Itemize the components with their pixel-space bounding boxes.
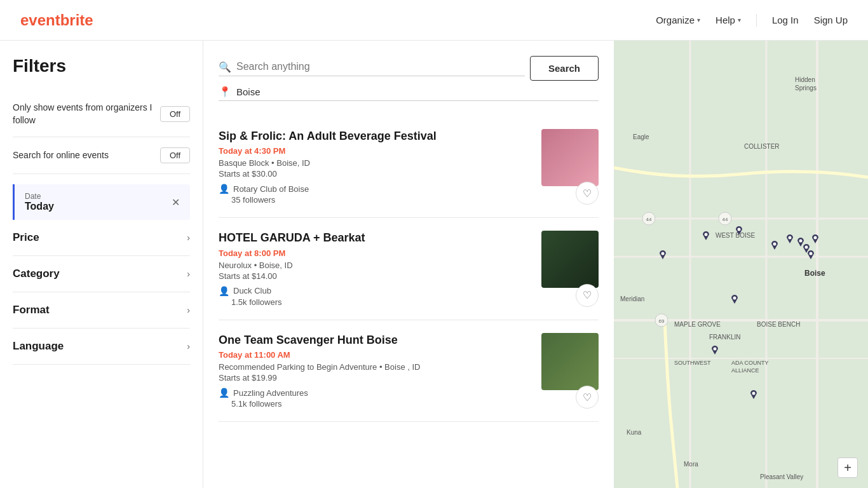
event-time: Today at 4:30 PM bbox=[219, 146, 531, 156]
event-info: One Team Scavenger Hunt Boise Today at 1… bbox=[219, 333, 531, 409]
follower-count: 5.1k followers bbox=[231, 399, 281, 409]
content-area: 🔍 Search 📍 Boise Sip & Frolic: An Adult … bbox=[203, 41, 614, 488]
search-input[interactable] bbox=[236, 61, 525, 72]
date-filter-close-icon[interactable]: ✕ bbox=[172, 196, 180, 208]
follow-filter-toggle[interactable]: Off bbox=[160, 106, 190, 122]
event-time: Today at 11:00 AM bbox=[219, 350, 531, 360]
event-info: HOTEL GARUDA + Bearkat Today at 8:00 PM … bbox=[219, 231, 531, 306]
svg-text:ALLIANCE: ALLIANCE bbox=[731, 367, 759, 374]
date-filter-active: Date Today ✕ bbox=[13, 184, 190, 220]
organize-chevron-icon: ▾ bbox=[697, 17, 700, 24]
event-image bbox=[541, 129, 599, 186]
price-filter-row[interactable]: Price › bbox=[13, 220, 190, 256]
follow-filter-row: Only show events from organizers I follo… bbox=[13, 102, 190, 126]
event-card[interactable]: Sip & Frolic: An Adult Beverage Festival… bbox=[219, 116, 599, 218]
logo-text: eventbrite bbox=[20, 11, 93, 29]
svg-text:Eagle: Eagle bbox=[633, 133, 649, 140]
event-location: Basque Block • Boise, ID bbox=[219, 158, 531, 168]
map-area: 69 44 44 Hidden Springs Eagle COLLISTER … bbox=[614, 41, 868, 488]
header-nav: Organize ▾ Help ▾ Log In Sign Up bbox=[656, 14, 848, 27]
map-placeholder: 69 44 44 Hidden Springs Eagle COLLISTER … bbox=[614, 41, 868, 488]
events-list: Sip & Frolic: An Adult Beverage Festival… bbox=[219, 116, 599, 422]
category-filter-row[interactable]: Category › bbox=[13, 256, 190, 292]
svg-point-30 bbox=[661, 252, 665, 255]
language-filter-row[interactable]: Language › bbox=[13, 329, 190, 365]
favorite-button[interactable]: ♡ bbox=[576, 386, 599, 409]
favorite-button[interactable]: ♡ bbox=[576, 182, 599, 205]
online-filter-toggle[interactable]: Off bbox=[160, 147, 190, 163]
event-info: Sip & Frolic: An Adult Beverage Festival… bbox=[219, 129, 531, 205]
event-title: HOTEL GARUDA + Bearkat bbox=[219, 231, 531, 245]
event-organizer: 👤 Duck Club bbox=[219, 286, 531, 296]
help-label: Help bbox=[715, 15, 735, 25]
date-filter-value: Today bbox=[25, 201, 54, 212]
svg-text:44: 44 bbox=[646, 217, 652, 222]
nav-login[interactable]: Log In bbox=[772, 15, 799, 25]
follower-count: 35 followers bbox=[231, 195, 275, 205]
svg-text:WEST BOISE: WEST BOISE bbox=[715, 232, 755, 239]
price-chevron-icon: › bbox=[187, 233, 190, 243]
search-bar: 🔍 Search bbox=[219, 56, 599, 81]
event-price: Starts at $30.00 bbox=[219, 169, 531, 179]
nav-signup[interactable]: Sign Up bbox=[814, 15, 848, 25]
map-zoom-in-button[interactable]: + bbox=[837, 458, 858, 478]
event-title: Sip & Frolic: An Adult Beverage Festival bbox=[219, 129, 531, 144]
sidebar: Filters Only show events from organizers… bbox=[0, 41, 203, 488]
filters-title: Filters bbox=[13, 56, 190, 76]
event-location: Recommended Parking to Begin Adventure •… bbox=[219, 362, 531, 372]
search-icon: 🔍 bbox=[219, 61, 231, 73]
format-filter-row[interactable]: Format › bbox=[13, 292, 190, 329]
svg-text:COLLISTER: COLLISTER bbox=[744, 143, 780, 150]
svg-point-34 bbox=[789, 236, 792, 240]
online-filter-section: Search for online events Off bbox=[13, 137, 190, 174]
svg-text:44: 44 bbox=[722, 217, 728, 222]
svg-point-37 bbox=[814, 236, 817, 240]
logo[interactable]: eventbrite bbox=[20, 11, 93, 29]
svg-text:Meridian: Meridian bbox=[620, 295, 644, 302]
svg-text:Pleasant Valley: Pleasant Valley bbox=[760, 473, 803, 480]
event-title: One Team Scavenger Hunt Boise bbox=[219, 333, 531, 348]
search-button[interactable]: Search bbox=[530, 56, 599, 81]
svg-text:Boise: Boise bbox=[804, 269, 825, 278]
svg-text:MAPLE GROVE: MAPLE GROVE bbox=[674, 321, 721, 328]
format-filter-label: Format bbox=[13, 304, 50, 316]
event-card[interactable]: HOTEL GARUDA + Bearkat Today at 8:00 PM … bbox=[219, 218, 599, 320]
organizer-icon: 👤 bbox=[219, 184, 229, 194]
date-filter-content: Date Today bbox=[25, 192, 54, 212]
organizer-icon: 👤 bbox=[219, 388, 229, 398]
location-row: 📍 Boise bbox=[219, 86, 599, 101]
organizer-icon: 👤 bbox=[219, 286, 229, 296]
event-location: Neurolux • Boise, ID bbox=[219, 261, 531, 270]
header: eventbrite Organize ▾ Help ▾ Log In Sign… bbox=[0, 0, 868, 41]
follow-filter-section: Only show events from organizers I follo… bbox=[13, 92, 190, 137]
svg-text:SOUTHWEST: SOUTHWEST bbox=[674, 360, 711, 366]
svg-text:BOISE BENCH: BOISE BENCH bbox=[757, 321, 800, 328]
map-svg: 69 44 44 Hidden Springs Eagle COLLISTER … bbox=[614, 41, 868, 488]
format-chevron-icon: › bbox=[187, 305, 190, 315]
svg-point-38 bbox=[810, 252, 813, 255]
favorite-button[interactable]: ♡ bbox=[576, 284, 599, 307]
category-chevron-icon: › bbox=[187, 269, 190, 279]
event-card[interactable]: One Team Scavenger Hunt Boise Today at 1… bbox=[219, 320, 599, 422]
event-image bbox=[541, 333, 599, 390]
svg-point-31 bbox=[705, 233, 708, 236]
event-organizer: 👤 Rotary Club of Boise bbox=[219, 184, 531, 194]
language-chevron-icon: › bbox=[187, 341, 190, 351]
location-text: Boise bbox=[236, 86, 261, 97]
event-time: Today at 8:00 PM bbox=[219, 248, 531, 258]
event-image bbox=[541, 231, 599, 288]
svg-point-40 bbox=[714, 348, 717, 351]
online-filter-row: Search for online events Off bbox=[13, 147, 190, 163]
follower-count: 1.5k followers bbox=[231, 297, 281, 307]
svg-text:Hidden: Hidden bbox=[795, 76, 815, 83]
event-followers: 35 followers bbox=[219, 195, 531, 205]
location-pin-icon: 📍 bbox=[219, 86, 231, 98]
svg-point-41 bbox=[752, 392, 756, 395]
category-filter-label: Category bbox=[13, 268, 60, 280]
nav-help[interactable]: Help ▾ bbox=[715, 15, 741, 25]
svg-text:69: 69 bbox=[659, 318, 665, 324]
svg-point-36 bbox=[805, 246, 808, 249]
help-chevron-icon: ▾ bbox=[738, 17, 741, 24]
nav-organize[interactable]: Organize ▾ bbox=[656, 15, 700, 25]
svg-point-39 bbox=[733, 297, 736, 300]
